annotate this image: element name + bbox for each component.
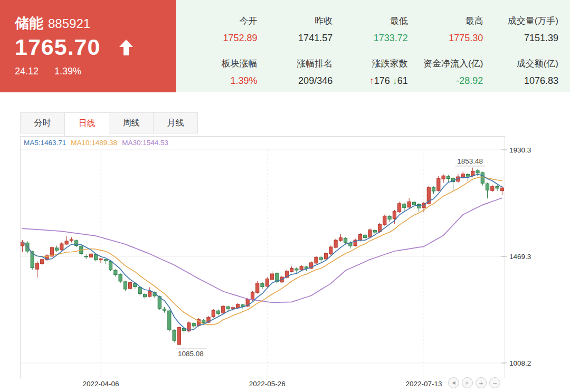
price-up-arrow-icon [119,40,133,55]
candle-body [295,269,298,270]
candle-body [94,254,98,260]
stat-turnover-value: 1076.83 [483,75,558,87]
candle-body [388,216,391,219]
y-axis-label: 1469.3 [509,253,531,261]
candle-body [324,253,327,259]
zoom-in-button[interactable]: + [476,377,487,388]
candle-body [466,175,469,177]
candle-body [496,186,499,188]
candle-body [481,173,484,183]
period-tabs: 分时 日线 周线 月线 [20,112,570,136]
x-axis-label: 2022-07-13 [405,380,442,388]
candle-body [75,241,78,246]
candle-body [65,241,68,244]
candlestick-chart[interactable]: 1930.31469.31008.22022-04-062022-05-2620… [20,136,554,389]
stat-advancers-decliners: 涨跌家数 ↑176 ↓61 [332,58,408,87]
candle-body [364,235,367,237]
candle-body [329,247,332,254]
stat-open: 今开 1752.89 [182,15,258,44]
candle-body [290,269,293,272]
candle-body [432,187,435,191]
candle-body [383,216,386,225]
stat-high: 最高 1775.30 [408,15,483,44]
low-annotation-label: 1085.08 [178,350,204,358]
ma-legend-item: MA10:1489.38 [71,139,117,147]
candle-body [407,202,411,207]
candle-body [476,171,479,173]
candle-body [491,186,494,191]
candle-body [173,330,176,340]
candle-body [471,171,474,176]
candle-body [216,311,220,313]
ma-legend-item: MA5:1463.71 [24,139,66,147]
candle-body [55,248,58,250]
stat-prev-close: 昨收 1741.57 [258,15,333,44]
tab-daily[interactable]: 日线 [64,112,109,136]
pan-right-button[interactable]: ▶ [462,377,473,388]
candle-body [334,240,337,247]
stat-net-inflow: 资金净流入(亿) -28.92 [408,58,483,87]
stat-rank-value: 209/346 [258,75,333,87]
stat-net-inflow-value: -28.92 [408,75,483,87]
candle-body [398,204,401,212]
stat-sector-change: 板块涨幅 1.39% [182,58,258,87]
candle-body [319,257,322,260]
stat-high-value: 1775.30 [408,33,483,44]
tab-weekly[interactable]: 周线 [109,112,154,133]
candle-body [251,292,254,300]
tab-monthly[interactable]: 月线 [153,112,198,133]
candle-body [270,274,273,280]
quote-header: 储能 885921 1765.70 24.12 1.39% 今开 1752.89… [0,0,570,92]
candle-body [138,287,141,293]
current-price: 1765.70 [15,36,100,59]
stat-volume: 成交量(万手) 7151.39 [483,15,558,44]
sector-name: 储能 [15,14,43,33]
candle-body [143,294,146,297]
candle-body [442,176,445,179]
candle-body [129,283,132,289]
pan-left-button[interactable]: ◀ [448,377,459,388]
candle-body [461,174,464,177]
candle-body [177,328,180,345]
candle-body [114,270,117,275]
candle-body [99,259,102,260]
stat-turnover: 成交额(亿) 1076.83 [483,58,558,87]
stat-sector-change-value: 1.39% [182,75,258,87]
stat-low: 最低 1733.72 [332,15,408,44]
candle-body [261,283,264,286]
candle-body [222,306,225,313]
stat-low-value: 1733.72 [332,33,408,44]
price-change: 24.12 [15,66,39,77]
candle-body [344,238,347,243]
candle-body [358,235,362,241]
candle-body [265,279,269,286]
candlestick-chart-panel: MA5:1463.71MA10:1489.38MA30:1544.53 1930… [20,136,554,389]
price-change-percent: 1.39% [54,66,81,77]
candle-body [403,204,406,208]
candle-body [300,266,303,270]
sector-quote-box: 储能 885921 1765.70 24.12 1.39% [0,0,176,92]
stat-rank: 涨幅排名 209/346 [258,58,333,87]
stats-panel: 今开 1752.89 昨收 1741.57 最低 1733.72 最高 1775… [176,0,570,92]
stat-volume-value: 7151.39 [483,33,558,44]
candle-body [393,212,396,219]
candle-body [226,307,230,309]
candle-body [163,309,166,311]
plot-border [21,137,505,378]
tab-minute[interactable]: 分时 [20,112,65,133]
candle-body [119,274,122,281]
candle-body [124,282,127,289]
candle-body [486,184,489,190]
candle-body [109,261,112,270]
down-arrow-icon: ↓ [393,75,397,86]
candle-body [60,244,63,250]
candle-body [70,240,73,241]
candle-body [373,231,376,233]
candle-body [368,230,372,237]
candle-body [446,176,450,178]
x-axis-label: 2022-05-26 [249,380,286,388]
zoom-out-button[interactable]: − [489,377,500,388]
candle-body [256,283,259,293]
candle-body [339,238,342,241]
candle-body [315,257,318,263]
